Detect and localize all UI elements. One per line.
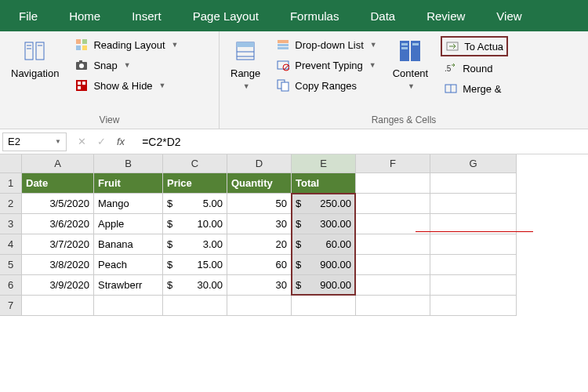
cell[interactable]: $60.00 — [292, 234, 356, 255]
show-hide-icon — [74, 78, 89, 93]
cell[interactable] — [356, 173, 430, 194]
menu-formulas[interactable]: Formulas — [274, 2, 355, 31]
cell[interactable] — [430, 194, 517, 214]
cell[interactable]: Date — [22, 173, 94, 194]
cell[interactable]: Peach — [94, 255, 163, 275]
menu-data[interactable]: Data — [354, 2, 411, 31]
show-hide-button[interactable]: Show & Hide▼ — [71, 77, 181, 94]
cell[interactable] — [292, 296, 356, 316]
cell[interactable]: 3/9/2020 — [22, 275, 94, 296]
cell[interactable]: 3/7/2020 — [22, 234, 94, 255]
row-header[interactable]: 1 — [0, 173, 22, 194]
prevent-typing-label: Prevent Typing — [295, 60, 362, 71]
svg-rect-0 — [25, 42, 33, 60]
chevron-down-icon: ▼ — [172, 41, 179, 49]
col-header[interactable]: A — [22, 154, 94, 173]
cell[interactable]: $300.00 — [292, 214, 356, 234]
fx-icon[interactable]: fx — [117, 136, 125, 147]
select-all-corner[interactable] — [0, 154, 22, 173]
cell[interactable]: Apple — [94, 214, 163, 234]
cell[interactable] — [430, 296, 517, 316]
cell[interactable] — [356, 255, 430, 275]
cell[interactable] — [430, 255, 517, 275]
row-header[interactable]: 6 — [0, 275, 22, 296]
col-header[interactable]: B — [94, 154, 163, 173]
cell[interactable]: Total — [292, 173, 356, 194]
menu-review[interactable]: Review — [411, 2, 481, 31]
cell[interactable] — [430, 234, 517, 255]
menu-page-layout[interactable]: Page Layout — [177, 2, 274, 31]
name-box[interactable]: E2 ▼ — [2, 132, 67, 151]
chevron-down-icon[interactable]: ▼ — [55, 138, 61, 145]
cell[interactable] — [356, 275, 430, 296]
cell[interactable]: $900.00 — [292, 275, 356, 296]
dropdown-list-button[interactable]: Drop-down List▼ — [273, 36, 379, 53]
cell[interactable]: 3/6/2020 — [22, 214, 94, 234]
reading-layout-label: Reading Layout — [93, 39, 165, 51]
row-header[interactable]: 5 — [0, 255, 22, 275]
svg-rect-8 — [82, 45, 87, 50]
row-header[interactable]: 2 — [0, 194, 22, 214]
chevron-down-icon: ▼ — [159, 82, 166, 89]
copy-ranges-button[interactable]: Copy Ranges — [273, 77, 379, 94]
col-header[interactable]: E — [292, 154, 356, 173]
cell[interactable]: $30.00 — [163, 275, 227, 296]
col-header[interactable]: D — [227, 154, 292, 173]
reading-layout-button[interactable]: Reading Layout▼ — [71, 36, 181, 53]
copy-ranges-label: Copy Ranges — [295, 80, 357, 92]
cell[interactable]: 3/5/2020 — [22, 194, 94, 214]
cell[interactable]: $5.00 — [163, 194, 227, 214]
content-button[interactable]: Content ▼ — [388, 36, 434, 92]
cell[interactable]: $3.00 — [163, 234, 227, 255]
cell[interactable] — [22, 296, 94, 316]
cancel-icon[interactable]: ✕ — [78, 136, 86, 147]
snap-button[interactable]: Snap▼ — [71, 56, 181, 74]
cell[interactable]: Quantity — [227, 173, 292, 194]
cell[interactable] — [356, 194, 430, 214]
cell[interactable] — [94, 296, 163, 316]
cell[interactable]: $900.00 — [292, 255, 356, 275]
cell[interactable] — [356, 234, 430, 255]
navigation-button[interactable]: Navigation — [6, 36, 64, 81]
svg-rect-13 — [78, 82, 81, 85]
svg-rect-30 — [401, 43, 408, 45]
cell[interactable] — [227, 296, 292, 316]
range-button[interactable]: Range ▼ — [226, 36, 265, 92]
row-header[interactable]: 4 — [0, 234, 22, 255]
cell[interactable]: $10.00 — [163, 214, 227, 234]
row-header[interactable]: 7 — [0, 296, 22, 316]
col-header[interactable]: F — [356, 154, 430, 173]
menu-file[interactable]: File — [3, 2, 53, 31]
navigation-icon — [22, 38, 49, 64]
col-header[interactable]: C — [163, 154, 227, 173]
to-actual-button[interactable]: To Actua — [441, 36, 508, 56]
cell[interactable]: $250.00 — [292, 194, 356, 214]
menu-insert[interactable]: Insert — [116, 2, 177, 31]
formula-input[interactable]: =C2*D2 — [136, 136, 588, 148]
cell[interactable] — [430, 275, 517, 296]
menu-view[interactable]: View — [481, 2, 537, 31]
cell[interactable]: Strawberr — [94, 275, 163, 296]
round-button[interactable]: .5 Round — [441, 60, 508, 77]
cell[interactable]: 3/8/2020 — [22, 255, 94, 275]
prevent-typing-button[interactable]: Prevent Typing▼ — [273, 56, 379, 74]
cell[interactable]: 50 — [227, 194, 292, 214]
cell[interactable] — [163, 296, 227, 316]
cell[interactable]: $15.00 — [163, 255, 227, 275]
cell[interactable]: 20 — [227, 234, 292, 255]
menu-home[interactable]: Home — [53, 2, 116, 31]
cell[interactable]: Fruit — [94, 173, 163, 194]
cell[interactable] — [356, 296, 430, 316]
cell[interactable]: Banana — [94, 234, 163, 255]
cell[interactable]: 30 — [227, 275, 292, 296]
cell[interactable]: Mango — [94, 194, 163, 214]
cell[interactable]: Price — [163, 173, 227, 194]
cell[interactable] — [430, 173, 517, 194]
chevron-down-icon: ▼ — [124, 61, 131, 69]
merge-button[interactable]: Merge & — [441, 80, 508, 97]
cell[interactable]: 60 — [227, 255, 292, 275]
col-header[interactable]: G — [430, 154, 517, 173]
row-header[interactable]: 3 — [0, 214, 22, 234]
enter-icon[interactable]: ✓ — [97, 136, 106, 147]
cell[interactable]: 30 — [227, 214, 292, 234]
